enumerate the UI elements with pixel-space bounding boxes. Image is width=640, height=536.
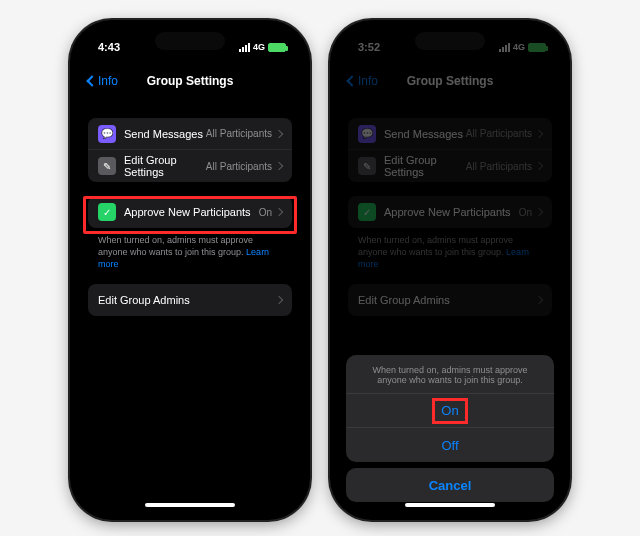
back-label: Info [358, 74, 378, 88]
chevron-right-icon [535, 296, 543, 304]
row-value: All Participants [466, 161, 532, 172]
permissions-card: 💬 Send Messages All Participants ✎ Edit … [88, 118, 292, 182]
approve-icon: ✓ [98, 203, 116, 221]
row-label: Edit Group Admins [98, 294, 276, 306]
battery-icon [268, 43, 286, 52]
chat-icon: 💬 [98, 125, 116, 143]
chevron-left-icon [86, 75, 97, 86]
row-label: Approve New Participants [384, 206, 519, 218]
chevron-right-icon [535, 208, 543, 216]
row-label: Approve New Participants [124, 206, 259, 218]
phone-right: 3:52 4G Info Group Settings 💬 Send Messa… [330, 20, 570, 520]
phone-left: 4:43 4G Info Group Settings 💬 Send Messa… [70, 20, 310, 520]
dynamic-island [415, 32, 485, 50]
signal-icon [499, 43, 510, 52]
signal-icon [239, 43, 250, 52]
row-label: Send Messages [384, 128, 466, 140]
row-label: Edit Group Settings [124, 154, 206, 178]
row-send-messages[interactable]: 💬 Send Messages All Participants [88, 118, 292, 150]
row-value: On [259, 207, 272, 218]
sheet-description: When turned on, admins must approve anyo… [346, 355, 554, 394]
approve-description: When turned on, admins must approve anyo… [348, 228, 552, 270]
nav-bar: Info Group Settings [338, 66, 562, 96]
battery-icon [528, 43, 546, 52]
chevron-right-icon [275, 208, 283, 216]
row-edit-admins: Edit Group Admins [348, 284, 552, 316]
sheet-option-on[interactable]: On [346, 394, 554, 428]
page-title: Group Settings [147, 74, 234, 88]
chevron-right-icon [275, 296, 283, 304]
chevron-left-icon [346, 75, 357, 86]
approve-description: When turned on, admins must approve anyo… [88, 228, 292, 270]
pencil-icon: ✎ [358, 157, 376, 175]
row-value: All Participants [206, 128, 272, 139]
page-title: Group Settings [407, 74, 494, 88]
admins-card: Edit Group Admins [348, 284, 552, 316]
chevron-right-icon [535, 162, 543, 170]
admins-card: Edit Group Admins [88, 284, 292, 316]
dynamic-island [155, 32, 225, 50]
row-value: All Participants [206, 161, 272, 172]
status-time: 4:43 [98, 41, 120, 53]
pencil-icon: ✎ [98, 157, 116, 175]
row-label: Edit Group Settings [384, 154, 466, 178]
back-button[interactable]: Info [348, 74, 378, 88]
chevron-right-icon [275, 162, 283, 170]
network-label: 4G [513, 42, 525, 52]
row-value: On [519, 207, 532, 218]
status-time: 3:52 [358, 41, 380, 53]
approve-card: ✓ Approve New Participants On [88, 196, 292, 228]
sheet-cancel-button[interactable]: Cancel [346, 468, 554, 502]
row-value: All Participants [466, 128, 532, 139]
approve-card: ✓ Approve New Participants On [348, 196, 552, 228]
sheet-option-off[interactable]: Off [346, 428, 554, 462]
back-button[interactable]: Info [88, 74, 118, 88]
row-label: Send Messages [124, 128, 206, 140]
home-indicator[interactable] [405, 503, 495, 507]
chevron-right-icon [535, 129, 543, 137]
row-label: Edit Group Admins [358, 294, 536, 306]
row-send-messages: 💬 Send Messages All Participants [348, 118, 552, 150]
approve-icon: ✓ [358, 203, 376, 221]
network-label: 4G [253, 42, 265, 52]
row-edit-admins[interactable]: Edit Group Admins [88, 284, 292, 316]
row-approve-participants: ✓ Approve New Participants On [348, 196, 552, 228]
row-approve-participants[interactable]: ✓ Approve New Participants On [88, 196, 292, 228]
row-edit-settings[interactable]: ✎ Edit Group Settings All Participants [88, 150, 292, 182]
chat-icon: 💬 [358, 125, 376, 143]
home-indicator[interactable] [145, 503, 235, 507]
chevron-right-icon [275, 129, 283, 137]
nav-bar: Info Group Settings [78, 66, 302, 96]
back-label: Info [98, 74, 118, 88]
row-edit-settings: ✎ Edit Group Settings All Participants [348, 150, 552, 182]
action-sheet: When turned on, admins must approve anyo… [346, 355, 554, 502]
permissions-card: 💬 Send Messages All Participants ✎ Edit … [348, 118, 552, 182]
